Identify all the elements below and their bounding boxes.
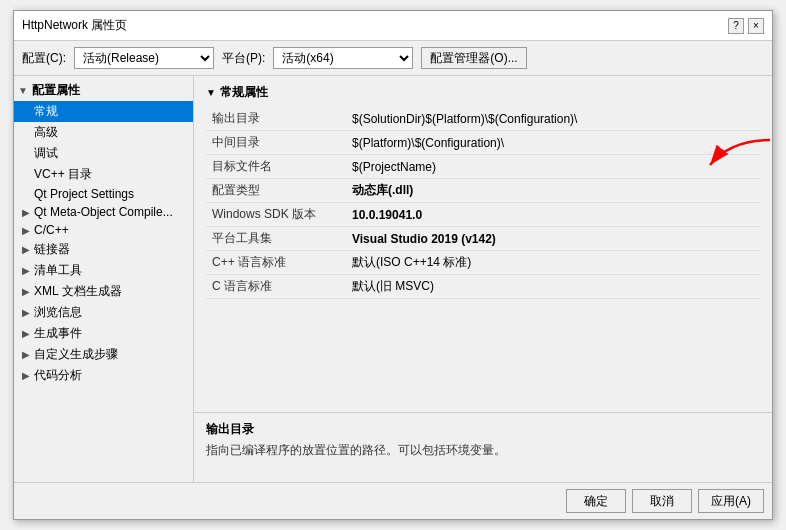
sidebar-item-custom-build[interactable]: ▶自定义生成步骤 [14,344,193,365]
prop-val-windows-sdk: 10.0.19041.0 [346,203,760,227]
sidebar-item-qt-meta[interactable]: ▶Qt Meta-Object Compile... [14,203,193,221]
table-row: 配置类型 动态库(.dll) [206,179,760,203]
prop-val-intermediate-dir: $(Platform)\$(Configuration)\ [346,131,760,155]
apply-button[interactable]: 应用(A) [698,489,764,513]
sidebar-item-vcpp[interactable]: VC++ 目录 [14,164,193,185]
config-label: 配置(C): [22,50,66,67]
group-arrow-icon: ▶ [22,328,30,339]
sidebar-item-qt-project-settings[interactable]: Qt Project Settings [14,185,193,203]
prop-val-c-std: 默认(旧 MSVC) [346,275,760,299]
prop-key-output-dir: 输出目录 [206,107,346,131]
prop-val-output-dir: $(SolutionDir)$(Platform)\$(Configuratio… [346,107,760,131]
sidebar-item-manifest[interactable]: ▶清单工具 [14,260,193,281]
prop-val-config-type: 动态库(.dll) [346,179,760,203]
group-arrow-icon: ▶ [22,225,30,236]
properties-table: 输出目录 $(SolutionDir)$(Platform)\$(Configu… [206,107,760,299]
prop-key-c-std: C 语言标准 [206,275,346,299]
help-button[interactable]: ? [728,18,744,34]
dialog: HttpNetwork 属性页 ? × 配置(C): 活动(Release) 平… [13,10,773,520]
cancel-button[interactable]: 取消 [632,489,692,513]
section-expand-icon: ▼ [206,87,216,98]
platform-label: 平台(P): [222,50,265,67]
config-select[interactable]: 活动(Release) [74,47,214,69]
group-arrow-icon: ▶ [22,244,30,255]
sidebar-item-build-events[interactable]: ▶生成事件 [14,323,193,344]
table-row: Windows SDK 版本 10.0.19041.0 [206,203,760,227]
footer: 确定 取消 应用(A) [14,482,772,519]
sidebar-item-cpp[interactable]: ▶C/C++ [14,221,193,239]
platform-select[interactable]: 活动(x64) [273,47,413,69]
sidebar-item-browse[interactable]: ▶浏览信息 [14,302,193,323]
table-row: 中间目录 $(Platform)\$(Configuration)\ [206,131,760,155]
close-button[interactable]: × [748,18,764,34]
red-arrow-icon [700,135,772,185]
prop-key-cpp-std: C++ 语言标准 [206,251,346,275]
content-area: ▼ 常规属性 输出目录 $(SolutionDir)$(Platform)\$(… [194,76,772,482]
sidebar-item-advanced[interactable]: 高级 [14,122,193,143]
description-area: 输出目录 指向已编译程序的放置位置的路径。可以包括环境变量。 [194,412,772,482]
group-arrow-icon: ▶ [22,349,30,360]
section-arrow-icon: ▼ [18,85,28,96]
table-row: C 语言标准 默认(旧 MSVC) [206,275,760,299]
group-arrow-icon: ▶ [22,207,30,218]
sidebar-item-general[interactable]: 常规 [14,101,193,122]
title-bar: HttpNetwork 属性页 ? × [14,11,772,41]
prop-val-cpp-std: 默认(ISO C++14 标准) [346,251,760,275]
description-text: 指向已编译程序的放置位置的路径。可以包括环境变量。 [206,442,760,459]
properties-section: ▼ 常规属性 输出目录 $(SolutionDir)$(Platform)\$(… [194,76,772,412]
group-arrow-icon: ▶ [22,370,30,381]
group-arrow-icon: ▶ [22,265,30,276]
prop-key-intermediate-dir: 中间目录 [206,131,346,155]
prop-val-target-name: $(ProjectName) [346,155,760,179]
prop-key-config-type: 配置类型 [206,179,346,203]
table-row: 输出目录 $(SolutionDir)$(Platform)\$(Configu… [206,107,760,131]
ok-button[interactable]: 确定 [566,489,626,513]
title-bar-buttons: ? × [728,18,764,34]
main-content: ▼ 配置属性 常规 高级 调试 VC++ 目录 Qt Project Setti… [14,76,772,482]
properties-section-title: ▼ 常规属性 [206,84,760,101]
description-title: 输出目录 [206,421,760,438]
sidebar-item-debug[interactable]: 调试 [14,143,193,164]
sidebar: ▼ 配置属性 常规 高级 调试 VC++ 目录 Qt Project Setti… [14,76,194,482]
table-row: C++ 语言标准 默认(ISO C++14 标准) [206,251,760,275]
prop-key-platform-toolset: 平台工具集 [206,227,346,251]
sidebar-section-label: 配置属性 [32,82,80,99]
group-arrow-icon: ▶ [22,286,30,297]
dialog-title: HttpNetwork 属性页 [22,17,127,34]
group-arrow-icon: ▶ [22,307,30,318]
toolbar: 配置(C): 活动(Release) 平台(P): 活动(x64) 配置管理器(… [14,41,772,76]
prop-key-windows-sdk: Windows SDK 版本 [206,203,346,227]
config-manager-button[interactable]: 配置管理器(O)... [421,47,526,69]
sidebar-item-code-analysis[interactable]: ▶代码分析 [14,365,193,386]
table-row: 目标文件名 $(ProjectName) [206,155,760,179]
table-row: 平台工具集 Visual Studio 2019 (v142) [206,227,760,251]
prop-val-platform-toolset: Visual Studio 2019 (v142) [346,227,760,251]
sidebar-item-linker[interactable]: ▶链接器 [14,239,193,260]
prop-key-target-name: 目标文件名 [206,155,346,179]
sidebar-item-xml-doc[interactable]: ▶XML 文档生成器 [14,281,193,302]
sidebar-section-header[interactable]: ▼ 配置属性 [14,80,193,101]
